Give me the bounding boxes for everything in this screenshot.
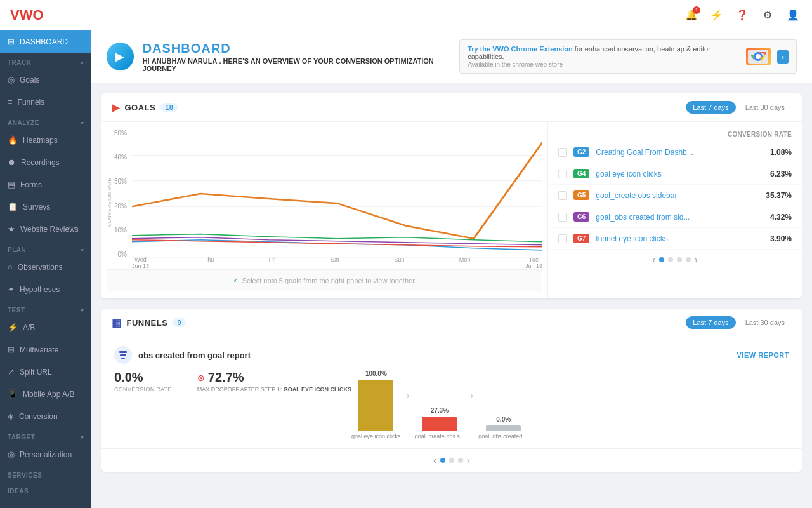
conversion-rate-column-label: CONVERSION RATE bbox=[548, 127, 802, 142]
funnels-next-page[interactable]: › bbox=[467, 455, 470, 465]
conversion-rate-value: 0.0% bbox=[114, 370, 172, 385]
page-header-text: DASHBOARD HI ANUBHAV NARULA . HERE'S AN … bbox=[143, 41, 459, 72]
sidebar-surveys-label: Surveys bbox=[23, 203, 50, 211]
target-arrow: ▾ bbox=[81, 434, 84, 441]
sidebar-item-surveys[interactable]: 📋 Surveys bbox=[0, 196, 91, 218]
sidebar-observations-label: Observations bbox=[18, 263, 63, 272]
funnel-report-header: obs created from goal report VIEW REPORT bbox=[114, 346, 789, 364]
funnels-prev-page[interactable]: ‹ bbox=[433, 455, 436, 465]
x-label-sat: Sat bbox=[331, 257, 339, 269]
banner-arrow[interactable]: › bbox=[777, 50, 789, 64]
funnels-page-dot-3[interactable] bbox=[458, 458, 463, 463]
goals-icon: ◎ bbox=[8, 75, 15, 84]
help-icon[interactable]: ❓ bbox=[733, 6, 751, 24]
top-bar: VWO 🔔1 ⚡ ❓ ⚙ 👤 bbox=[0, 0, 812, 30]
goals-page-dot-2[interactable] bbox=[668, 257, 673, 262]
sidebar-item-heatmaps[interactable]: 🔥 Heatmaps bbox=[0, 129, 91, 151]
goal-rate-g2: 1.08% bbox=[770, 148, 792, 157]
logo: VWO bbox=[10, 7, 44, 23]
sidebar-item-ab[interactable]: ⚡ A/B bbox=[0, 316, 91, 338]
goal-name-g6[interactable]: goal_obs created from sid... bbox=[596, 213, 764, 222]
goals-7days-btn[interactable]: Last 7 days bbox=[686, 101, 735, 114]
sidebar-item-funnels[interactable]: ≡ Funnels bbox=[0, 91, 91, 113]
funnels-7days-btn[interactable]: Last 7 days bbox=[686, 316, 735, 329]
goals-time-filters: Last 7 days Last 30 days bbox=[686, 101, 792, 114]
goal-rate-g7: 3.90% bbox=[770, 234, 792, 243]
goal-checkbox-g4[interactable] bbox=[558, 170, 567, 178]
notifications-icon[interactable]: 🔔1 bbox=[683, 6, 700, 24]
funnels-time-filters: Last 7 days Last 30 days bbox=[686, 316, 792, 329]
main-layout: ⊞ DASHBOARD TRACK ▾ ◎ Goals ≡ Funnels AN… bbox=[0, 30, 812, 508]
goals-chart-area: CONVERSION RATE 50% 40% 30% 20% 10% 0% bbox=[102, 122, 548, 298]
header-icon: ▶ bbox=[107, 43, 134, 70]
goals-count-badge: 18 bbox=[160, 103, 178, 112]
content-body: ▶ GOALS 18 Last 7 days Last 30 days CONV… bbox=[91, 83, 812, 492]
sidebar-item-dashboard[interactable]: ⊞ DASHBOARD bbox=[0, 30, 91, 53]
funnel-name: obs created from goal report bbox=[138, 351, 251, 360]
sidebar-multivariate-label: Multivariate bbox=[20, 345, 58, 354]
goal-name-g5[interactable]: goal_create obs sidebar bbox=[596, 191, 759, 200]
y-axis: 50% 40% 30% 20% 10% 0% bbox=[107, 130, 129, 269]
website-reviews-icon: ★ bbox=[8, 224, 15, 234]
goals-chart-container: CONVERSION RATE 50% 40% 30% 20% 10% 0% bbox=[107, 130, 542, 269]
chart-note-text: Select upto 5 goals from the right panel… bbox=[242, 277, 417, 284]
goals-layout: CONVERSION RATE 50% 40% 30% 20% 10% 0% bbox=[102, 122, 802, 298]
view-report-link[interactable]: VIEW REPORT bbox=[737, 351, 789, 359]
sidebar-section-track: TRACK ▾ bbox=[0, 53, 91, 69]
goal-checkbox-g6[interactable] bbox=[558, 213, 567, 222]
ab-icon: ⚡ bbox=[8, 323, 18, 332]
user-icon[interactable]: 👤 bbox=[784, 6, 802, 24]
banner-link[interactable]: Try the VWO Chrome Extension bbox=[468, 45, 573, 53]
goals-30days-btn[interactable]: Last 30 days bbox=[738, 101, 792, 114]
funnels-page-dot-1[interactable] bbox=[440, 458, 445, 463]
funnels-icon: ≡ bbox=[8, 97, 13, 107]
goals-prev-page[interactable]: ‹ bbox=[652, 255, 655, 265]
pulse-icon[interactable]: ⚡ bbox=[708, 6, 726, 24]
goal-row-g7: G7 funnel eye icon clicks 3.90% bbox=[548, 228, 802, 250]
funnels-30days-btn[interactable]: Last 30 days bbox=[738, 316, 792, 329]
funnel-arrow-2: › bbox=[464, 389, 478, 421]
sidebar-item-conversion[interactable]: ◈ Conversion bbox=[0, 405, 91, 427]
goal-checkbox-g5[interactable] bbox=[558, 191, 567, 200]
page-header: ▶ DASHBOARD HI ANUBHAV NARULA . HERE'S A… bbox=[91, 30, 812, 83]
goals-title-icon: ▶ bbox=[112, 102, 120, 114]
sidebar-section-services: SERVICES bbox=[0, 465, 91, 481]
goal-checkbox-g7[interactable] bbox=[558, 234, 567, 243]
mobile-ab-icon: 📱 bbox=[8, 389, 18, 399]
svg-rect-10 bbox=[120, 354, 126, 356]
analyze-arrow: ▾ bbox=[81, 120, 84, 126]
sidebar-item-forms[interactable]: ▤ Forms bbox=[0, 173, 91, 196]
chart-note: ✓ Select upto 5 goals from the right pan… bbox=[107, 269, 542, 291]
goal-tag-g4: G4 bbox=[573, 169, 589, 178]
goal-checkbox-g2[interactable] bbox=[558, 148, 567, 157]
goals-page-dot-3[interactable] bbox=[677, 257, 682, 262]
sidebar-dashboard-label: DASHBOARD bbox=[20, 37, 68, 46]
goals-page-dot-1[interactable] bbox=[659, 257, 664, 262]
funnels-page-dot-2[interactable] bbox=[449, 458, 454, 463]
page-subtitle: HI ANUBHAV NARULA . HERE'S AN OVERVIEW O… bbox=[143, 57, 459, 72]
settings-icon[interactable]: ⚙ bbox=[759, 6, 776, 24]
sidebar-item-observations[interactable]: ○ Observations bbox=[0, 256, 91, 278]
goal-name-g7[interactable]: funnel eye icon clicks bbox=[596, 234, 764, 243]
funnel-bar-label-1: goal eye icon clicks bbox=[351, 433, 401, 439]
goals-page-dot-4[interactable] bbox=[686, 257, 691, 262]
sidebar-item-mobile-ab[interactable]: 📱 Mobile App A/B bbox=[0, 383, 91, 405]
sidebar-item-hypotheses[interactable]: ✦ Hypotheses bbox=[0, 278, 91, 300]
goal-name-g4[interactable]: goal eye icon clicks bbox=[596, 170, 764, 178]
sidebar-item-website-reviews[interactable]: ★ Website Reviews bbox=[0, 218, 91, 240]
conversion-rate-stat: 0.0% CONVERSION RATE bbox=[114, 370, 172, 392]
sidebar-section-plan: PLAN ▾ bbox=[0, 240, 91, 256]
funnels-bars-area: 100.0% goal eye icon clicks › 27.3% goal… bbox=[351, 370, 789, 439]
funnel-bar-1 bbox=[358, 380, 393, 431]
sidebar-item-personalization[interactable]: ◎ Personalization bbox=[0, 443, 91, 465]
goal-row-g2: G2 Creating Goal From Dashb... 1.08% bbox=[548, 142, 802, 163]
sidebar-item-split-url[interactable]: ↗ Split URL bbox=[0, 361, 91, 383]
goals-next-page[interactable]: › bbox=[695, 255, 698, 265]
goal-name-g2[interactable]: Creating Goal From Dashb... bbox=[596, 148, 764, 157]
sidebar-item-multivariate[interactable]: ⊞ Multivariate bbox=[0, 338, 91, 361]
goals-card-header: ▶ GOALS 18 Last 7 days Last 30 days bbox=[102, 93, 802, 122]
sidebar-item-recordings[interactable]: ⏺ Recordings bbox=[0, 151, 91, 173]
heatmaps-icon: 🔥 bbox=[8, 135, 18, 145]
sidebar-item-goals[interactable]: ◎ Goals bbox=[0, 69, 91, 91]
sidebar-personalization-label: Personalization bbox=[20, 450, 72, 459]
